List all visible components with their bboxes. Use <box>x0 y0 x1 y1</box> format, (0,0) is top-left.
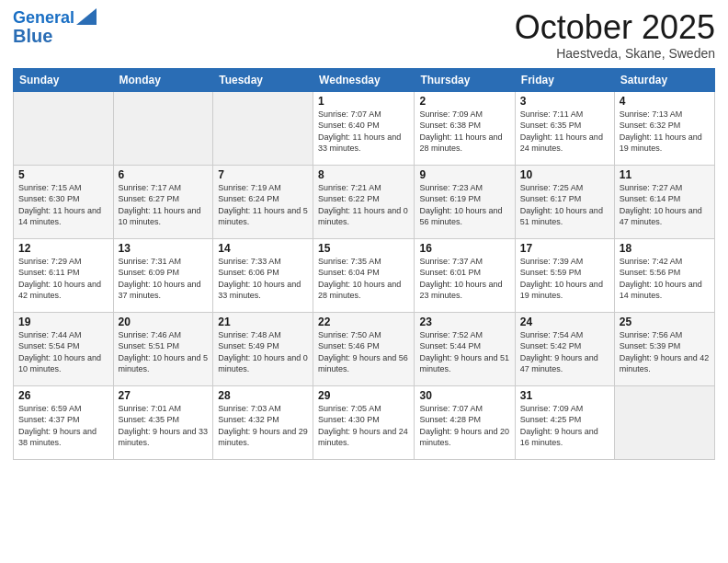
table-row: 23Sunrise: 7:52 AMSunset: 5:44 PMDayligh… <box>415 312 515 385</box>
table-row: 3Sunrise: 7:11 AMSunset: 6:35 PMDaylight… <box>515 91 614 165</box>
day-number: 14 <box>218 242 308 255</box>
day-number: 10 <box>520 168 609 181</box>
table-row: 22Sunrise: 7:50 AMSunset: 5:46 PMDayligh… <box>313 312 415 385</box>
day-info: Sunrise: 7:25 AMSunset: 6:17 PMDaylight:… <box>520 182 609 228</box>
day-number: 2 <box>419 95 509 108</box>
day-number: 1 <box>318 95 409 108</box>
day-info: Sunrise: 7:39 AMSunset: 5:59 PMDaylight:… <box>520 256 609 302</box>
day-number: 18 <box>620 242 710 255</box>
day-info: Sunrise: 7:05 AMSunset: 4:30 PMDaylight:… <box>318 403 409 449</box>
day-info: Sunrise: 7:48 AMSunset: 5:49 PMDaylight:… <box>218 329 308 375</box>
day-info: Sunrise: 7:13 AMSunset: 6:32 PMDaylight:… <box>620 109 710 155</box>
day-info: Sunrise: 7:01 AMSunset: 4:35 PMDaylight:… <box>119 403 209 449</box>
table-row: 21Sunrise: 7:48 AMSunset: 5:49 PMDayligh… <box>213 312 313 385</box>
table-row: 27Sunrise: 7:01 AMSunset: 4:35 PMDayligh… <box>113 385 213 459</box>
col-friday: Friday <box>515 68 614 91</box>
table-row: 12Sunrise: 7:29 AMSunset: 6:11 PMDayligh… <box>14 238 114 312</box>
month-title: October 2025 <box>515 9 715 46</box>
day-number: 21 <box>218 316 308 328</box>
header-row: Sunday Monday Tuesday Wednesday Thursday… <box>14 68 715 91</box>
day-number: 30 <box>419 389 509 402</box>
table-row: 7Sunrise: 7:19 AMSunset: 6:24 PMDaylight… <box>213 165 313 238</box>
day-number: 16 <box>419 242 509 255</box>
col-thursday: Thursday <box>415 68 515 91</box>
calendar-week-row: 12Sunrise: 7:29 AMSunset: 6:11 PMDayligh… <box>14 238 715 312</box>
day-number: 22 <box>318 316 409 328</box>
table-row: 2Sunrise: 7:09 AMSunset: 6:38 PMDaylight… <box>415 91 515 165</box>
logo-icon <box>76 8 97 25</box>
day-number: 19 <box>18 316 108 328</box>
day-info: Sunrise: 7:19 AMSunset: 6:24 PMDaylight:… <box>218 182 308 228</box>
day-number: 25 <box>620 316 710 328</box>
day-info: Sunrise: 7:07 AMSunset: 6:40 PMDaylight:… <box>318 109 409 155</box>
table-row: 10Sunrise: 7:25 AMSunset: 6:17 PMDayligh… <box>515 165 614 238</box>
day-number: 28 <box>218 389 308 402</box>
col-tuesday: Tuesday <box>213 68 313 91</box>
table-row: 14Sunrise: 7:33 AMSunset: 6:06 PMDayligh… <box>213 238 313 312</box>
day-info: Sunrise: 7:07 AMSunset: 4:28 PMDaylight:… <box>419 403 509 449</box>
table-row: 6Sunrise: 7:17 AMSunset: 6:27 PMDaylight… <box>113 165 213 238</box>
day-info: Sunrise: 7:11 AMSunset: 6:35 PMDaylight:… <box>520 109 609 155</box>
day-info: Sunrise: 7:23 AMSunset: 6:19 PMDaylight:… <box>419 182 509 228</box>
day-number: 12 <box>18 242 108 255</box>
day-number: 26 <box>18 389 108 402</box>
table-row: 17Sunrise: 7:39 AMSunset: 5:59 PMDayligh… <box>515 238 614 312</box>
logo: General Blue <box>13 9 97 46</box>
table-row: 9Sunrise: 7:23 AMSunset: 6:19 PMDaylight… <box>415 165 515 238</box>
day-number: 23 <box>419 316 509 328</box>
day-number: 29 <box>318 389 409 402</box>
day-info: Sunrise: 7:46 AMSunset: 5:51 PMDaylight:… <box>119 329 209 375</box>
calendar-week-row: 5Sunrise: 7:15 AMSunset: 6:30 PMDaylight… <box>14 165 715 238</box>
day-number: 11 <box>620 168 710 181</box>
day-number: 3 <box>520 95 609 108</box>
table-row: 31Sunrise: 7:09 AMSunset: 4:25 PMDayligh… <box>515 385 614 459</box>
col-wednesday: Wednesday <box>313 68 415 91</box>
day-number: 17 <box>520 242 609 255</box>
day-info: Sunrise: 7:27 AMSunset: 6:14 PMDaylight:… <box>620 182 710 228</box>
day-info: Sunrise: 7:31 AMSunset: 6:09 PMDaylight:… <box>119 256 209 302</box>
day-info: Sunrise: 7:50 AMSunset: 5:46 PMDaylight:… <box>318 329 409 375</box>
table-row: 5Sunrise: 7:15 AMSunset: 6:30 PMDaylight… <box>14 165 114 238</box>
title-block: October 2025 Haestveda, Skane, Sweden <box>515 9 715 61</box>
table-row: 8Sunrise: 7:21 AMSunset: 6:22 PMDaylight… <box>313 165 415 238</box>
day-info: Sunrise: 7:56 AMSunset: 5:39 PMDaylight:… <box>620 329 710 375</box>
table-row <box>213 91 313 165</box>
day-info: Sunrise: 7:09 AMSunset: 4:25 PMDaylight:… <box>520 403 609 449</box>
day-number: 31 <box>520 389 609 402</box>
calendar-week-row: 26Sunrise: 6:59 AMSunset: 4:37 PMDayligh… <box>14 385 715 459</box>
table-row: 18Sunrise: 7:42 AMSunset: 5:56 PMDayligh… <box>614 238 714 312</box>
table-row: 30Sunrise: 7:07 AMSunset: 4:28 PMDayligh… <box>415 385 515 459</box>
day-number: 15 <box>318 242 409 255</box>
day-number: 20 <box>119 316 209 328</box>
day-number: 13 <box>119 242 209 255</box>
table-row: 24Sunrise: 7:54 AMSunset: 5:42 PMDayligh… <box>515 312 614 385</box>
day-info: Sunrise: 7:35 AMSunset: 6:04 PMDaylight:… <box>318 256 409 302</box>
day-number: 7 <box>218 168 308 181</box>
day-info: Sunrise: 7:44 AMSunset: 5:54 PMDaylight:… <box>18 329 108 375</box>
day-info: Sunrise: 7:21 AMSunset: 6:22 PMDaylight:… <box>318 182 409 228</box>
col-monday: Monday <box>113 68 213 91</box>
calendar-table: Sunday Monday Tuesday Wednesday Thursday… <box>13 68 715 460</box>
day-info: Sunrise: 7:15 AMSunset: 6:30 PMDaylight:… <box>18 182 108 228</box>
day-info: Sunrise: 7:33 AMSunset: 6:06 PMDaylight:… <box>218 256 308 302</box>
svg-marker-0 <box>76 8 97 25</box>
day-number: 27 <box>119 389 209 402</box>
day-number: 5 <box>18 168 108 181</box>
table-row: 19Sunrise: 7:44 AMSunset: 5:54 PMDayligh… <box>14 312 114 385</box>
header: General Blue October 2025 Haestveda, Ska… <box>13 9 715 61</box>
day-info: Sunrise: 7:52 AMSunset: 5:44 PMDaylight:… <box>419 329 509 375</box>
table-row: 20Sunrise: 7:46 AMSunset: 5:51 PMDayligh… <box>113 312 213 385</box>
table-row: 11Sunrise: 7:27 AMSunset: 6:14 PMDayligh… <box>614 165 714 238</box>
day-number: 8 <box>318 168 409 181</box>
table-row <box>14 91 114 165</box>
table-row: 15Sunrise: 7:35 AMSunset: 6:04 PMDayligh… <box>313 238 415 312</box>
logo-blue-text: Blue <box>13 26 52 46</box>
table-row: 29Sunrise: 7:05 AMSunset: 4:30 PMDayligh… <box>313 385 415 459</box>
day-info: Sunrise: 7:37 AMSunset: 6:01 PMDaylight:… <box>419 256 509 302</box>
day-number: 4 <box>620 95 710 108</box>
table-row: 25Sunrise: 7:56 AMSunset: 5:39 PMDayligh… <box>614 312 714 385</box>
location: Haestveda, Skane, Sweden <box>515 46 715 61</box>
table-row <box>614 385 714 459</box>
day-info: Sunrise: 7:42 AMSunset: 5:56 PMDaylight:… <box>620 256 710 302</box>
table-row: 13Sunrise: 7:31 AMSunset: 6:09 PMDayligh… <box>113 238 213 312</box>
